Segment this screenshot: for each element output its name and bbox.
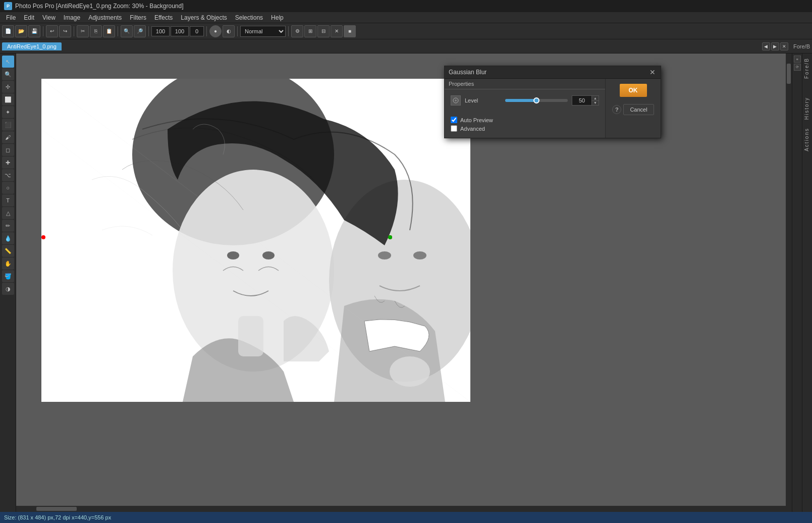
slider-thumb[interactable] xyxy=(533,97,539,103)
cancel-row: ? Cancel xyxy=(612,104,654,115)
eraser-tool[interactable]: ◻ xyxy=(2,144,14,156)
dialog-close-button[interactable]: ✕ xyxy=(648,68,657,76)
svg-point-13 xyxy=(455,99,457,101)
height-input[interactable] xyxy=(171,26,189,36)
menu-selections[interactable]: Selections xyxy=(231,13,267,22)
paste-button[interactable]: 📋 xyxy=(103,25,115,37)
dialog-title-bar: Gaussian Blur ✕ xyxy=(445,66,661,79)
auto-preview-label: Auto Preview xyxy=(460,117,493,123)
size-input[interactable] xyxy=(190,26,204,36)
dialog-checkboxes: Auto Preview Advanced xyxy=(445,117,605,138)
text-tool[interactable]: T xyxy=(2,194,14,206)
menu-view[interactable]: View xyxy=(38,13,60,22)
blend-mode-select[interactable]: Normal xyxy=(240,26,286,37)
menu-file[interactable]: File xyxy=(2,13,20,22)
layers-icon[interactable]: ≡ xyxy=(794,56,801,63)
gradient-tool[interactable]: ◑ xyxy=(2,283,14,295)
heal-tool[interactable]: ✚ xyxy=(2,156,14,169)
menu-image[interactable]: Image xyxy=(60,13,84,22)
spin-down[interactable]: ▼ xyxy=(592,101,599,106)
level-icon xyxy=(451,95,461,106)
opacity-tool[interactable]: ◐ xyxy=(223,25,235,37)
hscroll-thumb[interactable] xyxy=(36,507,77,511)
sketch-svg xyxy=(41,79,470,402)
menu-effects[interactable]: Effects xyxy=(150,13,177,22)
paint-bucket-tool[interactable]: 🪣 xyxy=(2,270,14,282)
tab-scroll-left[interactable]: ◀ xyxy=(762,42,770,50)
select-tool[interactable]: ↖ xyxy=(2,56,14,68)
hand-tool[interactable]: ✋ xyxy=(2,257,14,270)
advanced-checkbox[interactable] xyxy=(451,125,457,132)
advanced-label: Advanced xyxy=(460,126,485,132)
tab-scroll-right[interactable]: ▶ xyxy=(771,42,779,50)
vertical-scrollbar[interactable] xyxy=(786,54,792,512)
magic-wand-tool[interactable]: ✦ xyxy=(2,106,14,118)
eyedropper-tool[interactable]: 💧 xyxy=(2,232,14,244)
vscroll-thumb[interactable] xyxy=(787,64,791,84)
zoom-tool[interactable]: 🔍 xyxy=(2,68,14,80)
menu-adjustments[interactable]: Adjustments xyxy=(84,13,126,22)
history-icon[interactable]: ⟳ xyxy=(794,64,801,71)
ok-button[interactable]: OK xyxy=(620,84,647,97)
rect-select-tool[interactable]: ⬜ xyxy=(2,93,14,106)
menu-help[interactable]: Help xyxy=(267,13,288,22)
cancel-button[interactable]: Cancel xyxy=(623,104,654,115)
properties-header: Properties xyxy=(445,79,605,89)
open-button[interactable]: 📂 xyxy=(15,25,27,37)
tab-close[interactable]: ✕ xyxy=(780,42,788,50)
level-value-input[interactable] xyxy=(572,95,592,106)
tool-opt-4[interactable]: ✕ xyxy=(331,25,343,37)
redo-button[interactable]: ↪ xyxy=(59,25,71,37)
tool-opt-2[interactable]: ⊞ xyxy=(304,25,316,37)
svg-rect-10 xyxy=(238,316,263,356)
right-panel-wide: Fore/B History Actions xyxy=(802,54,812,512)
horizontal-scrollbar[interactable] xyxy=(16,506,786,512)
undo-button[interactable]: ↩ xyxy=(46,25,58,37)
menu-layers-objects[interactable]: Layers & Objects xyxy=(177,13,231,22)
width-input[interactable] xyxy=(151,26,170,36)
separator-6 xyxy=(237,26,238,36)
main-layout: ↖ 🔍 ✢ ⬜ ✦ ⬛ 🖌 ◻ ✚ ⌥ ○ T △ ✏ 💧 📏 ✋ 🪣 ◑ xyxy=(0,54,812,512)
brush-tool[interactable]: 🖌 xyxy=(2,131,14,143)
app-title: Photo Pos Pro [AntiRedEye1_0.png Zoom: 3… xyxy=(15,3,184,10)
canvas-tab[interactable]: AntiRedEye1_0.png xyxy=(2,42,62,50)
separator-2 xyxy=(74,26,74,36)
status-bar: Size: (831 x 484) px,72 dpi x=440,y=556 … xyxy=(0,512,812,523)
clone-tool[interactable]: ⌥ xyxy=(2,169,14,181)
burn-tool[interactable]: ○ xyxy=(2,182,14,194)
copy-button[interactable]: ⎘ xyxy=(90,25,102,37)
new-button[interactable]: 📄 xyxy=(2,25,14,37)
title-bar: P Photo Pos Pro [AntiRedEye1_0.png Zoom:… xyxy=(0,0,812,12)
menu-edit[interactable]: Edit xyxy=(20,13,38,22)
sel-marker-left xyxy=(41,235,45,239)
tool-opt-1[interactable]: ⚙ xyxy=(291,25,303,37)
separator-3 xyxy=(118,26,118,36)
cut-button[interactable]: ✂ xyxy=(77,25,89,37)
gaussian-blur-dialog: Gaussian Blur ✕ Properties Level xyxy=(444,66,661,138)
menu-filters[interactable]: Filters xyxy=(126,13,150,22)
circle-tool[interactable]: ● xyxy=(209,25,222,37)
auto-preview-checkbox[interactable] xyxy=(451,117,457,123)
separator-4 xyxy=(148,26,149,36)
status-text: Size: (831 x 484) px,72 dpi x=440,y=556 … xyxy=(4,514,111,520)
auto-preview-row: Auto Preview xyxy=(451,117,599,123)
level-spinner[interactable]: ▲ ▼ xyxy=(592,95,599,106)
crop-tool[interactable]: ⬛ xyxy=(2,119,14,131)
level-slider[interactable] xyxy=(505,99,568,102)
canvas-area[interactable] xyxy=(16,54,792,512)
tool-opt-3[interactable]: ⊟ xyxy=(317,25,330,37)
move-tool[interactable]: ✢ xyxy=(2,81,14,93)
help-button[interactable]: ? xyxy=(612,105,621,114)
right-side-panels: ≡ ⟳ xyxy=(792,54,802,512)
zoom-out-button[interactable]: 🔎 xyxy=(134,25,146,37)
tool-opt-5[interactable]: ■ xyxy=(344,25,356,37)
dialog-body: Level ▲ ▼ xyxy=(445,89,605,117)
measure-tool[interactable]: 📏 xyxy=(2,245,14,257)
spin-up[interactable]: ▲ xyxy=(592,96,599,101)
tab-bar: AntiRedEye1_0.png ◀ ▶ ✕ Fore/B xyxy=(0,39,812,54)
history-label: History xyxy=(802,93,811,124)
path-tool[interactable]: ✏ xyxy=(2,220,14,232)
zoom-in-button[interactable]: 🔍 xyxy=(121,25,133,37)
shape-tool[interactable]: △ xyxy=(2,207,14,219)
save-button[interactable]: 💾 xyxy=(28,25,40,37)
